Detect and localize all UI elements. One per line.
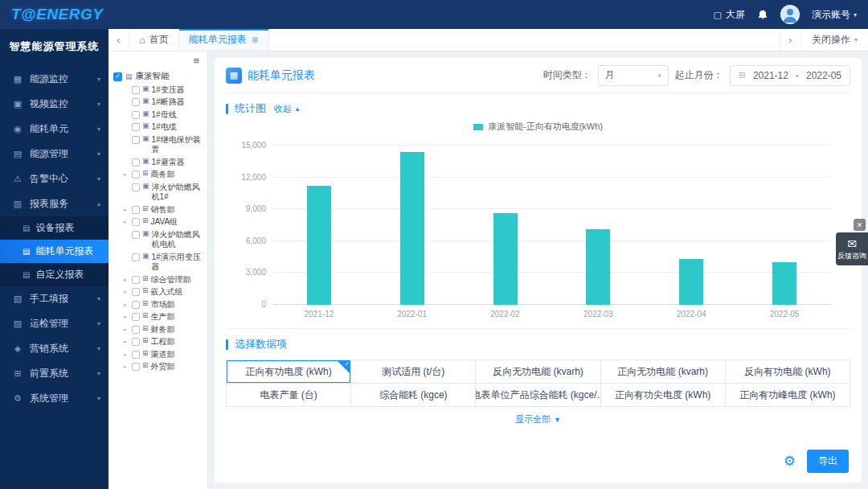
tree-root-node[interactable]: ✓ ▤ 康派智能: [113, 69, 206, 84]
tree-item[interactable]: ▣淬火炉助燃风机1#: [113, 181, 206, 203]
expander-icon[interactable]: [124, 158, 129, 159]
tree-checkbox[interactable]: [132, 288, 140, 296]
tree-item[interactable]: ▸⊞JAVA组: [113, 216, 206, 229]
tree-checkbox[interactable]: [132, 111, 140, 119]
tree-checkbox[interactable]: [132, 338, 140, 346]
show-all-button[interactable]: 显示全部 ▼: [226, 407, 850, 429]
tree-item[interactable]: ▸⊞市场部: [113, 298, 206, 311]
big-screen-button[interactable]: ▢ 大屏: [714, 8, 745, 22]
avatar[interactable]: [780, 5, 800, 24]
tree-checkbox[interactable]: [132, 351, 140, 359]
data-item-cell[interactable]: 反向无功电能 (kvarh): [476, 360, 600, 384]
sidebar-item[interactable]: ▣视频监控▾: [0, 92, 108, 117]
tree-item[interactable]: ▣淬火炉助燃风机电机: [113, 228, 206, 251]
expander-icon[interactable]: [124, 183, 129, 184]
sidebar-item[interactable]: ⚠告警中心▾: [0, 166, 108, 191]
tree-item[interactable]: ▣1#避雷器: [113, 156, 206, 169]
tree-checkbox[interactable]: [132, 363, 140, 371]
tree-item[interactable]: ▣1#演示用变压器: [113, 251, 206, 273]
expander-icon[interactable]: ▸: [124, 337, 129, 346]
expander-icon[interactable]: [124, 135, 129, 137]
tree-item[interactable]: ▣1#母线: [113, 109, 206, 121]
data-item-cell[interactable]: 电表产量 (台): [227, 384, 351, 407]
expander-icon[interactable]: [124, 110, 129, 112]
feedback-button[interactable]: ✉ 反馈咨询: [836, 232, 868, 265]
tree-checkbox[interactable]: [132, 183, 140, 191]
tree-item[interactable]: ▸⊞工程部: [113, 336, 206, 349]
tree-item[interactable]: ▣1#变压器: [113, 84, 206, 97]
sidebar-item[interactable]: ▦能源监控▾: [0, 67, 108, 92]
tree-checkbox[interactable]: [132, 218, 140, 226]
account-menu[interactable]: 演示账号 ▾: [812, 8, 857, 22]
tree-checkbox[interactable]: [132, 276, 140, 284]
tree-checkbox[interactable]: [132, 98, 140, 106]
tree-root-checkbox[interactable]: ✓: [113, 72, 122, 81]
tree-checkbox[interactable]: [132, 171, 140, 179]
sidebar-item[interactable]: ▧手工填报▾: [0, 286, 108, 311]
sidebar-item[interactable]: ▥报表服务▴: [0, 191, 108, 216]
tree-item[interactable]: ▣1#电缆: [113, 121, 206, 134]
tree-checkbox[interactable]: [132, 313, 140, 321]
data-item-cell[interactable]: 综合能耗 (kgce): [351, 384, 476, 407]
expander-icon[interactable]: [124, 122, 129, 124]
sidebar-item[interactable]: ◉能耗单元▾: [0, 117, 108, 142]
data-item-cell[interactable]: 正向有功峰电度 (kWh): [726, 384, 850, 407]
tree-item[interactable]: ▸⊞生产部: [113, 311, 206, 324]
data-item-cell[interactable]: 正向有功尖电度 (kWh): [601, 384, 726, 407]
tree-checkbox[interactable]: [132, 326, 140, 334]
tree-checkbox[interactable]: [132, 206, 140, 214]
collapse-chart-button[interactable]: 收起 ▲: [274, 103, 301, 115]
expander-icon[interactable]: ▸: [124, 312, 129, 321]
expander-icon[interactable]: ▸: [124, 287, 129, 296]
tree-item[interactable]: ▣1#断路器: [113, 97, 206, 109]
tree-checkbox[interactable]: [132, 123, 140, 131]
expander-icon[interactable]: ▸: [124, 300, 129, 309]
expander-icon[interactable]: ▸: [124, 362, 129, 371]
expander-icon[interactable]: ▸: [124, 275, 129, 284]
tree-item[interactable]: ▸⊞商务部: [113, 169, 206, 182]
tree-item[interactable]: ▸⊞综合管理部: [113, 273, 206, 286]
tree-item[interactable]: ▸⊞渠道部: [113, 348, 206, 361]
data-item-cell[interactable]: 正向无功电能 (kvarh): [601, 360, 726, 384]
sidebar-subitem[interactable]: ▤能耗单元报表: [0, 240, 108, 263]
sidebar-subitem[interactable]: ▤设备报表: [0, 216, 108, 240]
tree-checkbox[interactable]: [132, 253, 140, 261]
time-type-select[interactable]: 月 ▾: [598, 65, 669, 86]
notification-bell-icon[interactable]: [757, 9, 768, 21]
tree-item[interactable]: ▣1#继电保护装置: [113, 134, 206, 156]
tabs-scroll-right-icon[interactable]: ›: [780, 29, 800, 51]
sidebar-item[interactable]: ▨运检管理▾: [0, 311, 108, 336]
home-tab[interactable]: ⌂ 首页: [129, 29, 179, 51]
tree-checkbox[interactable]: [132, 86, 140, 94]
tab-energy-unit-report[interactable]: 能耗单元报表 ⊗: [179, 29, 269, 51]
expander-icon[interactable]: [124, 85, 129, 87]
sidebar-item[interactable]: ◈营销系统▾: [0, 336, 108, 361]
sidebar-item[interactable]: ⚙系统管理▾: [0, 386, 108, 411]
tree-item[interactable]: ▸⊞财务部: [113, 323, 206, 336]
sidebar-item[interactable]: ▤能源管理▾: [0, 142, 108, 166]
tab-close-icon[interactable]: ⊗: [252, 35, 259, 45]
expander-icon[interactable]: ▸: [124, 350, 129, 359]
expander-icon[interactable]: ▸: [124, 217, 129, 226]
sidebar-subitem[interactable]: ▤自定义报表: [0, 263, 108, 286]
date-range-picker[interactable]: ⊞ 2021-12 - 2022-05: [730, 65, 850, 86]
expander-icon[interactable]: ▸: [124, 325, 129, 334]
expander-icon[interactable]: [124, 253, 129, 254]
expander-icon[interactable]: ▸: [124, 205, 129, 214]
data-item-cell[interactable]: 测试适用 (t/台): [351, 360, 476, 384]
tabs-scroll-left-icon[interactable]: ‹: [108, 29, 129, 51]
expander-icon[interactable]: ▸: [124, 170, 129, 179]
sidebar-item[interactable]: ⊞前置系统▾: [0, 361, 108, 386]
data-item-cell[interactable]: 反向有功电能 (kWh): [726, 360, 850, 384]
expander-icon[interactable]: [124, 230, 129, 232]
data-item-cell[interactable]: 电表单位产品综合能耗 (kgce/...: [476, 384, 600, 407]
feedback-close-icon[interactable]: ✕: [854, 219, 866, 231]
tree-checkbox[interactable]: [132, 231, 140, 239]
tree-collapse-icon[interactable]: ≡: [193, 55, 199, 66]
tree-checkbox[interactable]: [132, 301, 140, 309]
settings-gear-icon[interactable]: ⚙: [784, 454, 796, 468]
tree-checkbox[interactable]: [132, 158, 140, 166]
expander-icon[interactable]: [124, 97, 129, 99]
tree-checkbox[interactable]: [132, 136, 140, 144]
export-button[interactable]: 导出: [807, 450, 849, 473]
